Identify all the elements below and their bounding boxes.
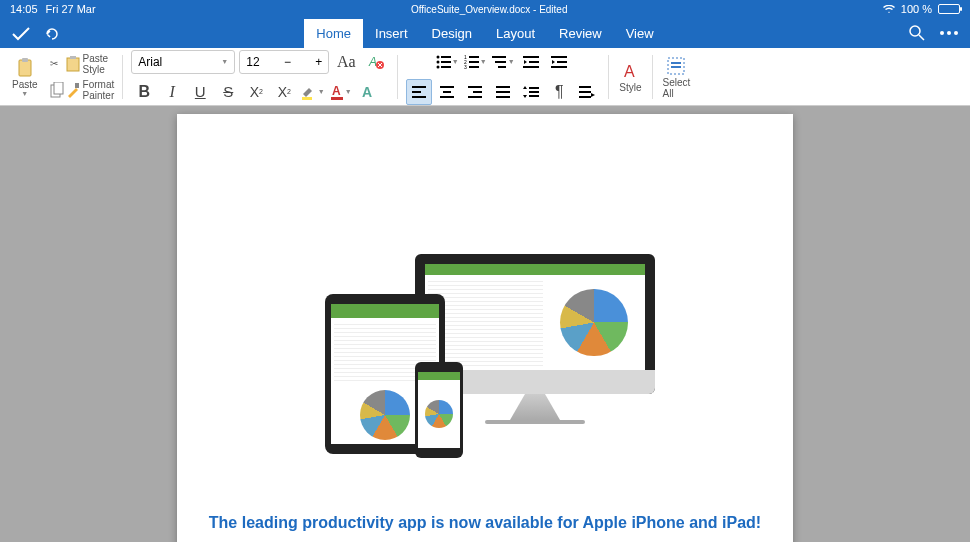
hero-image [295,204,675,484]
save-confirm-icon[interactable] [12,27,30,41]
svg-point-19 [436,60,439,63]
tab-layout[interactable]: Layout [484,19,547,48]
align-center-button[interactable] [434,79,460,105]
tab-insert[interactable]: Insert [363,19,420,48]
svg-rect-38 [412,86,426,88]
svg-point-1 [940,31,944,35]
iphone-device [415,362,463,458]
svg-point-0 [910,26,920,36]
select-all-button[interactable]: Select All [661,52,693,102]
svg-rect-33 [529,61,539,63]
svg-rect-39 [412,91,421,93]
svg-rect-5 [22,58,28,62]
align-left-button[interactable] [406,79,432,105]
multilevel-button[interactable]: ▼ [490,49,516,75]
style-icon: A [622,60,638,82]
svg-rect-34 [523,66,539,68]
justify-button[interactable] [490,79,516,105]
svg-rect-45 [473,91,482,93]
clipboard-icon [17,57,33,79]
text-direction-button[interactable] [574,79,600,105]
brush-icon [66,82,80,98]
scissors-icon: ✂ [50,58,58,69]
clear-format-button[interactable]: A [363,49,389,75]
minus-icon[interactable]: − [284,55,291,69]
copy-icon [50,82,64,98]
svg-rect-20 [441,61,451,63]
svg-rect-40 [412,96,426,98]
superscript-button[interactable]: X2 [271,79,297,105]
bullets-button[interactable]: ▼ [434,49,460,75]
font-size-stepper[interactable]: 12 − + [239,50,329,74]
font-family-select[interactable]: Arial ▼ [131,50,235,74]
plus-icon[interactable]: + [315,55,322,69]
search-icon[interactable] [908,24,926,42]
tab-design[interactable]: Design [420,19,484,48]
svg-rect-43 [440,96,454,98]
svg-rect-32 [523,56,539,58]
tab-home[interactable]: Home [304,19,363,48]
svg-rect-28 [469,66,479,68]
more-icon[interactable] [940,31,958,35]
svg-rect-50 [529,87,539,89]
svg-point-21 [436,65,439,68]
bold-button[interactable]: B [131,79,157,105]
svg-text:A: A [624,63,635,80]
svg-rect-49 [496,96,510,98]
font-color-button[interactable]: A▼ [327,79,353,105]
battery-pct: 100 % [901,3,932,15]
chevron-down-icon: ▼ [21,90,28,97]
underline-button[interactable]: U [187,79,213,105]
svg-text:A: A [368,55,377,69]
svg-rect-4 [19,60,31,76]
svg-text:A: A [362,84,372,100]
copy-button[interactable] [50,79,64,101]
svg-rect-26 [469,61,479,63]
paste-button[interactable]: Paste ▼ [10,52,40,102]
tab-review[interactable]: Review [547,19,614,48]
change-case-button[interactable]: Aa [333,49,359,75]
svg-rect-29 [492,56,506,58]
style-button[interactable]: A Style [617,52,643,102]
tab-view[interactable]: View [614,19,666,48]
svg-rect-52 [529,95,539,97]
highlight-button[interactable]: ▼ [299,79,325,105]
line-spacing-button[interactable] [518,79,544,105]
indent-increase-button[interactable] [546,49,572,75]
strike-button[interactable]: S [215,79,241,105]
paste-style-icon [66,56,80,72]
svg-text:A: A [332,84,341,98]
svg-rect-47 [496,86,510,88]
page[interactable]: The leading productivity app is now avai… [177,114,793,542]
indent-decrease-button[interactable] [518,49,544,75]
svg-rect-18 [441,56,451,58]
text-effects-button[interactable]: A [355,79,381,105]
format-painter-button[interactable]: Format Painter [66,79,115,101]
document-canvas[interactable]: The leading productivity app is now avai… [0,106,970,542]
svg-rect-15 [331,97,343,100]
svg-rect-42 [443,91,451,93]
cut-button[interactable]: ✂ [50,53,64,75]
document-title: OfficeSuite_Overview.docx - Edited [96,4,883,15]
svg-text:3: 3 [464,64,467,69]
undo-icon[interactable] [44,26,60,42]
pilcrow-button[interactable]: ¶ [546,79,572,105]
numbering-button[interactable]: 123▼ [462,49,488,75]
svg-rect-48 [496,91,510,93]
svg-rect-54 [579,91,591,93]
pie-chart [360,390,410,440]
italic-button[interactable]: I [159,79,185,105]
subscript-button[interactable]: X2 [243,79,269,105]
svg-rect-30 [495,61,506,63]
paste-style-button[interactable]: Paste Style [66,53,115,75]
ribbon: Paste ▼ ✂ Paste Style Format Painter Ari… [0,48,970,106]
pie-chart [425,400,453,428]
align-right-button[interactable] [462,79,488,105]
svg-rect-36 [557,61,567,63]
svg-rect-59 [671,66,681,68]
svg-rect-44 [468,86,482,88]
svg-point-2 [947,31,951,35]
svg-rect-22 [441,66,451,68]
svg-rect-7 [54,82,63,94]
pie-chart [560,289,627,356]
